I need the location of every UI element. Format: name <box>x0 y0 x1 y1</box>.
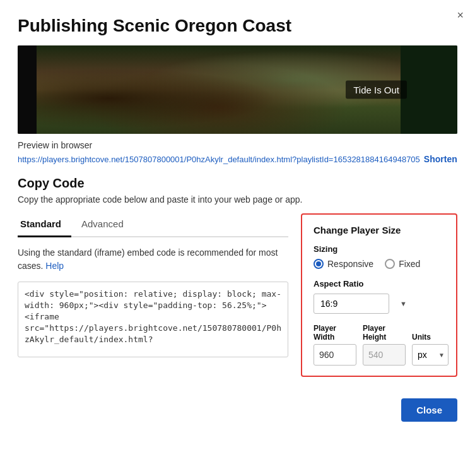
image-right-edge <box>401 45 457 134</box>
width-group: Player Width <box>314 324 356 366</box>
preview-image: Tide Is Out <box>18 45 457 134</box>
player-width-label: Player Width <box>314 324 356 342</box>
video-overlay-text: Tide Is Out <box>346 80 407 98</box>
aspect-ratio-arrow-icon: ▼ <box>400 300 407 307</box>
player-height-input[interactable] <box>363 344 406 366</box>
tab-standard[interactable]: Standard <box>18 213 71 237</box>
units-group: Units px % em ▼ <box>412 333 449 366</box>
sizing-radio-group: Responsive Fixed <box>314 259 445 269</box>
help-link[interactable]: Help <box>45 261 64 271</box>
bottom-bar: Close <box>18 392 457 422</box>
embed-code-textarea[interactable]: <div style="position: relative; display:… <box>18 282 288 357</box>
radio-fixed[interactable]: Fixed <box>385 259 420 269</box>
tab-advanced[interactable]: Advanced <box>71 213 134 237</box>
change-player-size-panel: Change Player Size Sizing Responsive Fix… <box>301 213 457 377</box>
player-size-title: Change Player Size <box>314 225 445 235</box>
preview-url-row: https://players.brightcove.net/150780780… <box>18 153 457 166</box>
image-left-edge <box>18 45 37 134</box>
radio-responsive-label: Responsive <box>327 259 373 269</box>
units-select[interactable]: px % em <box>412 344 449 366</box>
aspect-ratio-wrapper: 16:9 4:3 Custom ▼ <box>314 294 445 314</box>
aspect-ratio-select[interactable]: 16:9 4:3 Custom <box>314 294 389 314</box>
modal-title: Publishing Scenic Oregon Coast <box>18 15 457 37</box>
copy-code-title: Copy Code <box>18 176 457 191</box>
aspect-ratio-label: Aspect Ratio <box>314 279 445 289</box>
modal: × Publishing Scenic Oregon Coast Tide Is… <box>0 0 475 476</box>
radio-fixed-label: Fixed <box>399 259 420 269</box>
close-x-button[interactable]: × <box>457 9 464 22</box>
units-select-wrapper: px % em ▼ <box>412 344 449 366</box>
height-group: Player Height <box>363 324 406 366</box>
close-button[interactable]: Close <box>401 398 457 422</box>
player-height-label: Player Height <box>363 324 406 342</box>
tabs: Standard Advanced <box>18 213 288 237</box>
main-content: Standard Advanced Using the standard (if… <box>18 213 457 377</box>
embed-description: Using the standard (iframe) embed code i… <box>18 246 288 273</box>
radio-fixed-circle <box>385 259 395 269</box>
radio-responsive-circle <box>314 259 324 269</box>
preview-url-link[interactable]: https://players.brightcove.net/150780780… <box>18 155 420 164</box>
left-panel: Standard Advanced Using the standard (if… <box>18 213 288 360</box>
shorten-link[interactable]: Shorten <box>424 154 457 164</box>
preview-label: Preview in browser <box>18 140 457 150</box>
player-width-input[interactable] <box>314 344 356 366</box>
copy-code-desc: Copy the appropriate code below and past… <box>18 194 457 205</box>
dimensions-row: Player Width Player Height Units px % em <box>314 324 445 366</box>
radio-responsive[interactable]: Responsive <box>314 259 373 269</box>
sizing-label: Sizing <box>314 244 445 254</box>
units-label: Units <box>412 333 449 342</box>
